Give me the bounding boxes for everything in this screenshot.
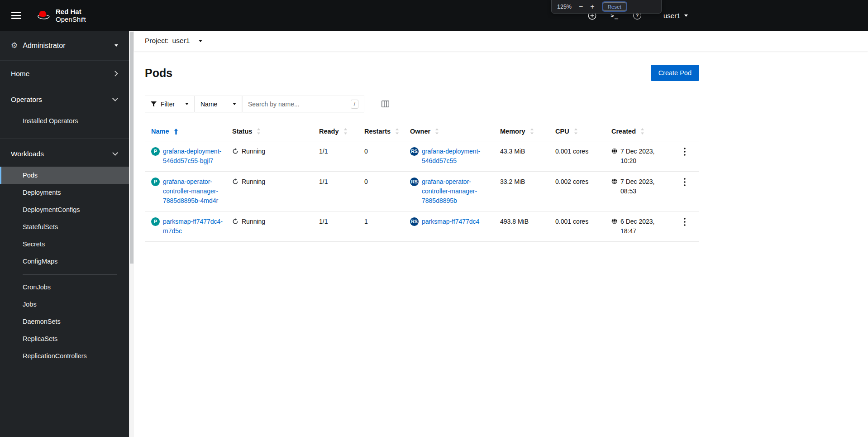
pod-name-link[interactable]: grafana-operator-controller-manager-7885… (163, 177, 225, 206)
sidebar-item-secrets[interactable]: Secrets (0, 235, 129, 253)
memory-cell: 493.8 MiB (496, 211, 552, 242)
name-filter-dropdown[interactable]: Name (195, 96, 242, 112)
sidebar-item-deploymentconfigs[interactable]: DeploymentConfigs (0, 201, 129, 218)
sort-icon (530, 128, 534, 134)
sidebar-item-workloads[interactable]: Workloads (0, 141, 129, 167)
created-text: 6 Dec 2023, 18:47 (620, 217, 666, 236)
brand-logo: Red Hat OpenShift (35, 8, 86, 24)
replicaset-badge: RS (410, 178, 419, 186)
search-input[interactable] (248, 101, 348, 108)
sort-ascending-icon (174, 129, 178, 134)
kebab-menu-button[interactable] (680, 147, 689, 158)
table-row: P grafana-deployment-546dd57c55-bgjl7 Ru… (145, 141, 699, 172)
brand-line2: OpenShift (56, 15, 86, 23)
pod-name-link[interactable]: grafana-deployment-546dd57c55-bgjl7 (163, 147, 225, 166)
sidebar-item-daemonsets[interactable]: DaemonSets (0, 313, 129, 330)
chevron-down-icon (112, 150, 118, 156)
pod-badge: P (151, 178, 160, 186)
replicaset-badge: RS (410, 217, 419, 226)
restarts-cell: 0 (361, 141, 406, 172)
kebab-icon (684, 178, 686, 186)
sidebar-item-deployments[interactable]: Deployments (0, 184, 129, 201)
column-header-memory[interactable]: Memory (496, 123, 552, 141)
sidebar-item-operators[interactable]: Operators (0, 86, 129, 112)
nav-toggle-button[interactable] (11, 12, 21, 19)
memory-cell: 43.3 MiB (496, 141, 552, 172)
owner-link[interactable]: grafana-deployment-546dd57c55 (422, 147, 493, 166)
project-selector[interactable]: Project: user1 (134, 31, 868, 51)
divider (0, 139, 129, 139)
sidebar-item-statefulsets[interactable]: StatefulSets (0, 218, 129, 235)
pods-page: Pods Create Pod Filter Name / (134, 51, 710, 242)
openshift-console: Red Hat OpenShift >_ ? user1 (0, 0, 868, 437)
chevron-down-icon (684, 14, 688, 17)
running-sync-icon (232, 178, 238, 185)
running-sync-icon (232, 148, 238, 154)
sort-icon (640, 128, 644, 134)
kebab-icon (684, 218, 686, 226)
ready-cell: 1/1 (315, 211, 361, 242)
replicaset-badge: RS (410, 147, 419, 156)
column-management-button[interactable] (382, 101, 389, 107)
project-value: user1 (172, 37, 190, 45)
column-header-created[interactable]: Created (608, 123, 670, 141)
restarts-cell: 1 (361, 211, 406, 242)
chevron-down-icon (185, 103, 189, 105)
create-pod-button[interactable]: Create Pod (651, 65, 699, 81)
sort-icon (257, 128, 261, 134)
cpu-cell: 0.001 cores (552, 211, 608, 242)
brand-line1: Red Hat (56, 8, 86, 15)
column-header-ready[interactable]: Ready (315, 123, 361, 141)
pod-name-link[interactable]: parksmap-ff7477dc4-m7d5c (163, 217, 225, 236)
list-toolbar: Filter Name / (145, 96, 699, 112)
table-header-row: Name Status Ready (145, 123, 699, 141)
nav-label-workloads: Workloads (11, 150, 44, 158)
column-header-cpu[interactable]: CPU (552, 123, 608, 141)
running-sync-icon (232, 218, 238, 225)
sidebar-item-pods[interactable]: Pods (0, 167, 129, 184)
kebab-menu-button[interactable] (680, 217, 689, 228)
sort-icon (395, 128, 399, 134)
owner-link[interactable]: grafana-operator-controller-manager-7885… (422, 177, 493, 206)
globe-icon (611, 148, 617, 154)
sidebar-item-cronjobs[interactable]: CronJobs (0, 279, 129, 296)
sidebar-item-replicationcontrollers[interactable]: ReplicationControllers (0, 347, 129, 365)
sidebar-item-jobs[interactable]: Jobs (0, 296, 129, 313)
filter-funnel-icon (151, 101, 157, 107)
browser-zoom-popup: 125% − + Reset (551, 0, 662, 14)
shortcut-hint: / (351, 100, 358, 109)
user-menu[interactable]: user1 (663, 12, 688, 19)
zoom-reset-button[interactable]: Reset (603, 2, 626, 11)
memory-cell: 33.2 MiB (496, 172, 552, 211)
owner-link[interactable]: parksmap-ff7477dc4 (422, 217, 479, 226)
sidebar-item-home[interactable]: Home (0, 61, 129, 86)
zoom-in-button[interactable]: + (590, 3, 594, 10)
column-header-status[interactable]: Status (229, 123, 315, 141)
sidebar: ⚙ Administrator Home Operators Installed… (0, 31, 129, 437)
sidebar-scrollbar[interactable] (129, 31, 134, 437)
chevron-down-icon (199, 40, 202, 42)
sort-icon (343, 128, 348, 134)
column-header-name[interactable]: Name (145, 123, 229, 141)
filter-dropdown[interactable]: Filter (145, 96, 195, 112)
sidebar-item-configmaps[interactable]: ConfigMaps (0, 253, 129, 270)
status-text: Running (242, 177, 265, 187)
sidebar-item-installed-operators[interactable]: Installed Operators (0, 112, 129, 130)
divider (23, 274, 117, 274)
column-header-actions (670, 123, 699, 141)
scrollbar-thumb[interactable] (130, 32, 134, 264)
zoom-level: 125% (557, 4, 572, 10)
sidebar-item-replicasets[interactable]: ReplicaSets (0, 330, 129, 347)
status-text: Running (242, 147, 265, 156)
pod-badge: P (151, 147, 160, 156)
column-header-owner[interactable]: Owner (406, 123, 496, 141)
columns-icon (382, 101, 389, 107)
nav-label-home: Home (11, 70, 29, 78)
kebab-menu-button[interactable] (680, 177, 689, 188)
zoom-out-button[interactable]: − (579, 3, 583, 10)
table-row: P grafana-operator-controller-manager-78… (145, 172, 699, 211)
cpu-cell: 0.002 cores (552, 172, 608, 211)
column-header-restarts[interactable]: Restarts (361, 123, 406, 141)
perspective-switcher[interactable]: ⚙ Administrator (0, 31, 129, 61)
name-filter-label: Name (200, 101, 217, 108)
